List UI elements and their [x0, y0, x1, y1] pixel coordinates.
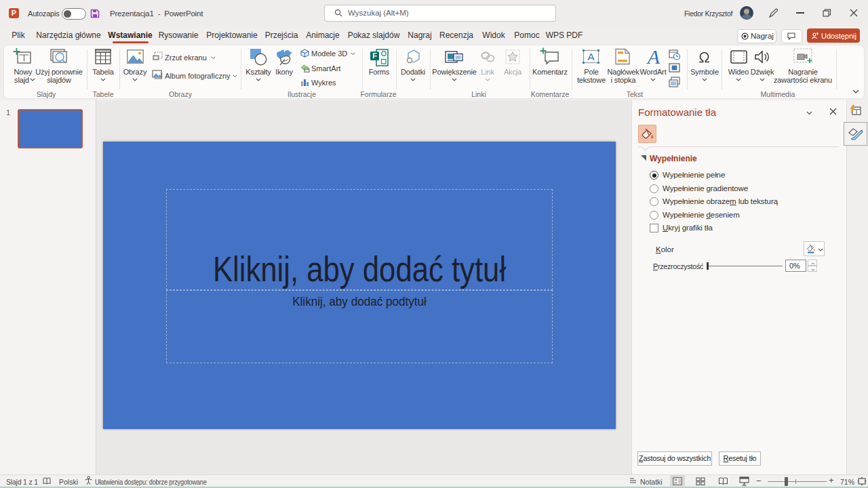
- svg-text:A: A: [646, 48, 660, 66]
- svg-text:A: A: [587, 51, 594, 62]
- svg-text:F: F: [372, 52, 377, 60]
